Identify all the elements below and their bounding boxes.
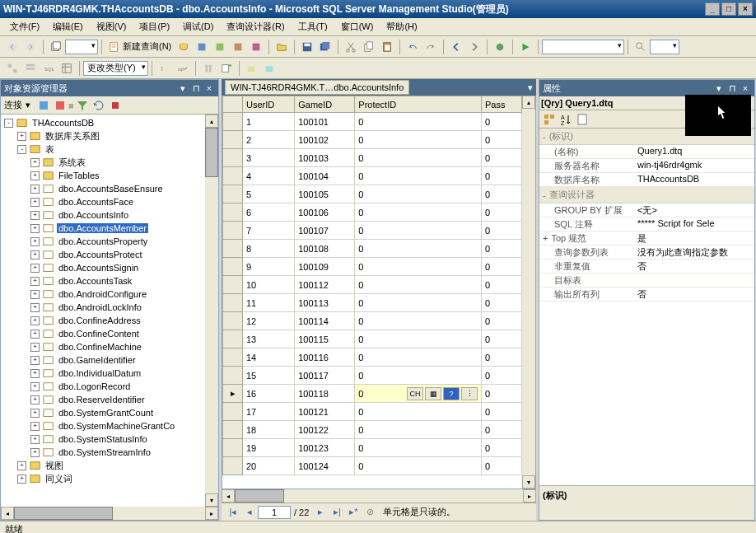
tree-node[interactable]: +FileTables (1, 169, 205, 182)
show-sql-icon[interactable]: SQL (41, 61, 56, 76)
grid-cell[interactable]: 0 (482, 457, 522, 475)
grid-cell[interactable]: 5 (243, 185, 295, 203)
row-header[interactable] (223, 222, 243, 240)
expand-icon[interactable]: + (30, 250, 40, 259)
mdx-icon[interactable] (212, 40, 227, 54)
tree-node[interactable]: +视图 (1, 459, 205, 472)
property-row[interactable]: SQL 注释***** Script for Sele (539, 217, 754, 231)
tree-item-label[interactable]: dbo.AccountsMember (57, 223, 148, 233)
tree-item-label[interactable]: THAccountsDB (30, 118, 96, 128)
undo-icon[interactable] (405, 40, 420, 54)
maximize-button[interactable]: □ (721, 2, 736, 16)
property-value[interactable]: ***** Script for Sele (634, 217, 754, 231)
tree-node[interactable]: +dbo.AccountsBaseEnsure (1, 182, 205, 195)
property-value[interactable]: 否 (634, 288, 754, 301)
expand-icon[interactable]: + (30, 369, 40, 378)
db-engine-query-icon[interactable] (176, 40, 191, 54)
expand-icon[interactable]: + (30, 224, 40, 233)
grid-cell[interactable]: 0 (482, 149, 522, 167)
table-row[interactable]: ▸161001180CH▦?⋮0 (223, 385, 522, 403)
dmx-icon[interactable] (231, 40, 245, 54)
grid-cell[interactable]: 20 (243, 457, 295, 475)
nav-back-icon[interactable] (449, 40, 464, 54)
grid-cell[interactable]: 100113 (295, 294, 355, 312)
tree-item-label[interactable]: 视图 (44, 460, 65, 472)
connect-icon[interactable] (37, 99, 50, 112)
grid-cell[interactable]: 0 (355, 203, 482, 222)
grid-cell[interactable]: 100107 (295, 222, 355, 240)
grid-cell[interactable]: 7 (243, 222, 295, 240)
grid-cell[interactable]: 100121 (295, 403, 355, 421)
derived-icon[interactable] (263, 61, 278, 76)
grid-cell[interactable]: 100109 (295, 258, 355, 276)
property-value[interactable]: 否 (634, 259, 754, 273)
collapse-icon[interactable]: - (4, 119, 13, 128)
table-row[interactable]: 210010200 (223, 131, 522, 149)
property-row[interactable]: GROUP BY 扩展<无> (539, 203, 754, 217)
nav-fwd-icon[interactable] (467, 40, 482, 54)
grid-vscroll[interactable]: ▴▾ (522, 96, 535, 489)
grid-cell[interactable]: 0 (355, 367, 482, 385)
prop-dropdown-icon[interactable]: ▾ (713, 82, 725, 94)
collapse-icon[interactable]: - (543, 190, 546, 200)
open-icon[interactable] (274, 40, 289, 54)
row-header[interactable] (223, 421, 243, 439)
results-grid[interactable]: UserIDGameIDProtectIDPass110010100210010… (222, 96, 522, 489)
tree-node[interactable]: +dbo.ConfineMachine (1, 340, 205, 353)
expand-icon[interactable]: + (30, 395, 40, 404)
save-all-icon[interactable] (318, 40, 333, 54)
menu-item[interactable]: 工具(T) (292, 19, 334, 35)
grid-cell[interactable]: 100122 (295, 421, 355, 439)
property-row[interactable]: (名称)Query1.dtq (539, 145, 754, 159)
start-debug-icon[interactable] (518, 40, 533, 54)
grid-cell[interactable]: 0 (355, 240, 482, 258)
tree-node[interactable]: +dbo.AndroidConfigure (1, 288, 205, 301)
property-row[interactable]: +Top 规范是 (539, 231, 754, 245)
row-header[interactable] (223, 294, 243, 312)
property-value[interactable]: 没有为此查询指定参数 (634, 245, 754, 259)
grid-cell[interactable]: 13 (243, 330, 295, 348)
table-row[interactable]: 310010300 (223, 149, 522, 167)
cell-ch-button[interactable]: CH (407, 387, 423, 400)
menu-item[interactable]: 视图(V) (90, 19, 133, 35)
row-header[interactable] (223, 457, 243, 475)
tree-node[interactable]: +dbo.LogonRecord (1, 380, 205, 393)
refresh-icon[interactable] (92, 99, 105, 112)
property-row[interactable]: 查询参数列表没有为此查询指定参数 (539, 245, 754, 259)
tree-node[interactable]: +dbo.AccountsInfo (1, 208, 205, 222)
expand-icon[interactable]: + (30, 343, 40, 352)
tree-item-label[interactable]: dbo.SystemGrantCount (57, 408, 155, 418)
grid-cell[interactable]: 10 (243, 276, 295, 294)
nav-next-icon[interactable]: ▸ (313, 506, 328, 519)
grid-cell[interactable]: 3 (243, 149, 295, 167)
tree-node[interactable]: +dbo.AccountsMember (1, 222, 205, 235)
grid-cell[interactable]: 0 (482, 367, 522, 385)
stop-icon[interactable] (109, 99, 122, 112)
grid-cell[interactable]: 0 (355, 312, 482, 330)
table-row[interactable]: 610010600 (223, 203, 522, 222)
table-row[interactable]: 1310011500 (223, 330, 522, 348)
table-row[interactable]: 1810012200 (223, 421, 522, 439)
expand-icon[interactable]: + (30, 409, 40, 418)
table-row[interactable]: 1110011300 (223, 294, 522, 312)
expand-icon[interactable]: + (30, 198, 40, 207)
grid-cell[interactable]: 12 (243, 312, 295, 330)
properties-grid[interactable]: -(标识)(名称)Query1.dtq服务器名称win-tj46rdr4gmk数… (539, 129, 754, 485)
table-row[interactable]: 1210011400 (223, 312, 522, 330)
grid-cell[interactable]: 0 (482, 403, 522, 421)
property-row[interactable]: 非重复值否 (539, 259, 754, 274)
table-row[interactable]: 1010011200 (223, 276, 522, 294)
tree-item-label[interactable]: dbo.IndividualDatum (57, 368, 142, 378)
grid-cell[interactable]: 0 (355, 330, 482, 348)
grid-cell[interactable]: 8 (243, 240, 295, 258)
cell-grid-icon[interactable]: ▦ (425, 387, 441, 400)
grid-cell[interactable]: 0 (482, 203, 522, 222)
tree-vscroll[interactable]: ▴ ▾ (205, 115, 218, 507)
property-row[interactable]: 数据库名称THAccountsDB (539, 173, 754, 187)
grid-cell[interactable]: 100115 (295, 330, 355, 348)
object-tree[interactable]: -THAccountsDB+数据库关系图-表+系统表+FileTables+db… (1, 115, 205, 507)
tree-node[interactable]: +系统表 (1, 156, 205, 169)
tree-item-label[interactable]: dbo.AccountsBaseEnsure (57, 184, 165, 194)
grid-cell[interactable]: 100114 (295, 312, 355, 330)
expand-icon[interactable]: + (30, 448, 40, 457)
